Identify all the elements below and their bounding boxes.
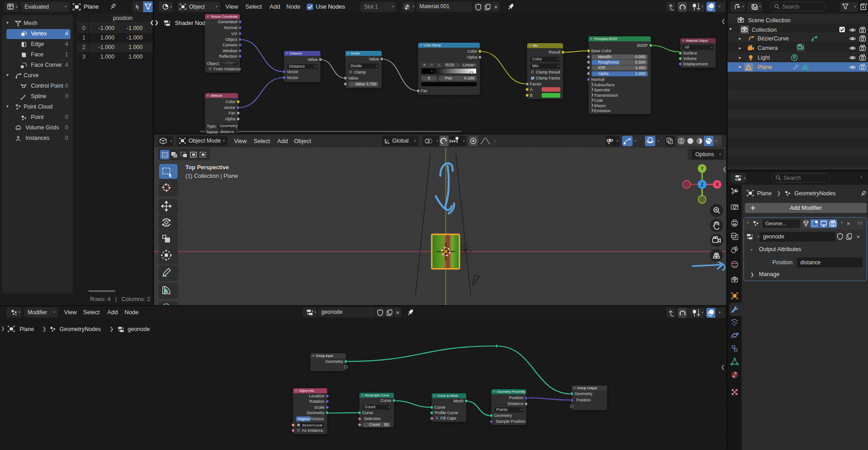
- svg-text:Y: Y: [701, 166, 704, 171]
- svg-text:Z: Z: [701, 182, 703, 187]
- svg-text:X: X: [716, 182, 719, 187]
